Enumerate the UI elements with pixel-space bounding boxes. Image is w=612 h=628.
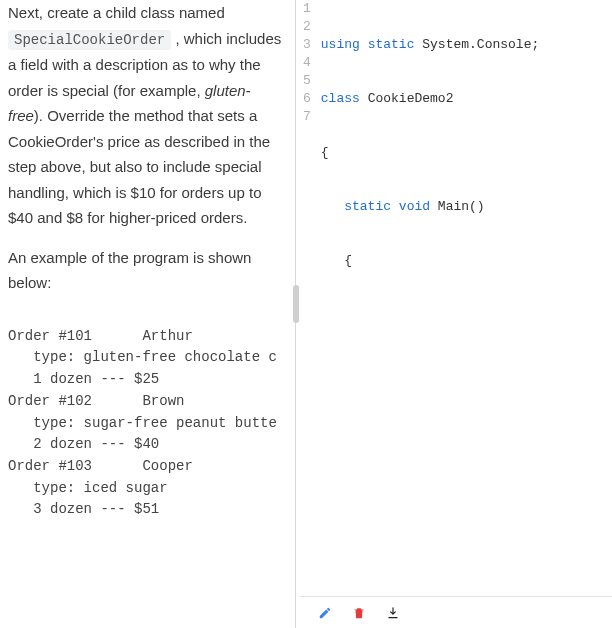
edit-icon[interactable]	[317, 605, 333, 621]
gutter-line: 2	[303, 18, 311, 36]
gutter-line: 4	[303, 54, 311, 72]
code-line-7	[321, 360, 612, 378]
code-line-4: static void Main()	[321, 198, 612, 216]
trash-icon[interactable]	[351, 605, 367, 621]
paragraph-2: An example of the program is shown below…	[8, 245, 285, 296]
editor-pane: 1 2 3 4 5 6 7 using static System.Consol…	[299, 0, 612, 628]
example-output: Order #101 Arthur type: gluten-free choc…	[8, 326, 285, 521]
instructions-pane: Next, create a child class named Special…	[0, 0, 293, 628]
gutter-line: 3	[303, 36, 311, 54]
kw-class: class	[321, 91, 360, 106]
ident-system-console: System.Console;	[414, 37, 539, 52]
code-line-6	[321, 306, 612, 324]
method-name: Main	[430, 199, 469, 214]
parens: ()	[469, 199, 485, 214]
kw-void: void	[391, 199, 430, 214]
code-line-5: {	[321, 252, 612, 270]
code-chip-specialcookieorder: SpecialCookieOrder	[8, 30, 171, 50]
code-line-3: {	[321, 144, 612, 162]
paragraph-1: Next, create a child class named Special…	[8, 0, 285, 231]
description-text: Next, create a child class named Special…	[8, 0, 285, 296]
code-area[interactable]: using static System.Console; class Cooki…	[317, 0, 612, 596]
indent	[321, 199, 344, 214]
line-gutter: 1 2 3 4 5 6 7	[299, 0, 317, 596]
editor-toolbar	[299, 596, 612, 628]
download-icon[interactable]	[385, 605, 401, 621]
kw-using: using	[321, 37, 360, 52]
gutter-line: 7	[303, 108, 311, 126]
code-line-2: class CookieDemo2	[321, 90, 612, 108]
code-line-1: using static System.Console;	[321, 36, 612, 54]
p1-suffix: ). Override the method that sets a Cooki…	[8, 107, 270, 226]
divider-drag-handle[interactable]	[293, 285, 299, 323]
gutter-line: 5	[303, 72, 311, 90]
gutter-line: 6	[303, 90, 311, 108]
class-name: CookieDemo2	[360, 91, 454, 106]
gutter-line: 1	[303, 0, 311, 18]
code-editor[interactable]: 1 2 3 4 5 6 7 using static System.Consol…	[299, 0, 612, 596]
kw-static2: static	[344, 199, 391, 214]
pane-divider[interactable]	[293, 0, 299, 628]
app-root: Next, create a child class named Special…	[0, 0, 612, 628]
p1-prefix: Next, create a child class named	[8, 4, 225, 21]
kw-static: static	[368, 37, 415, 52]
